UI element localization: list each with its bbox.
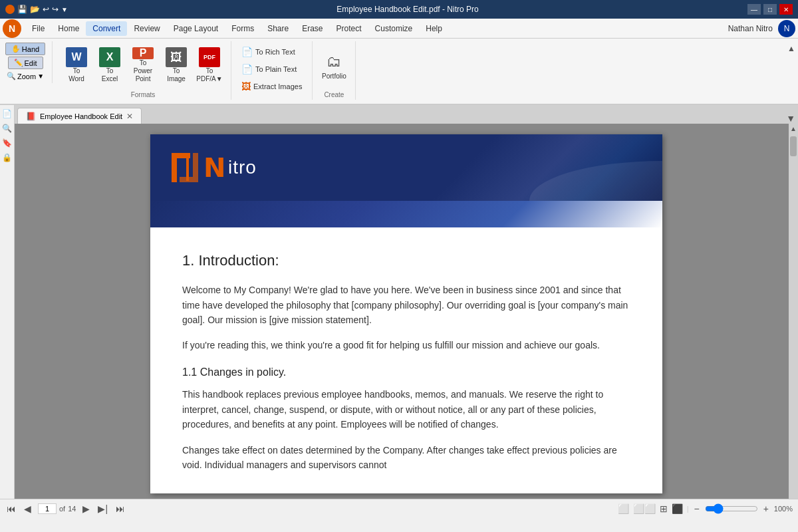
to-image-button[interactable]: 🖼 ToImage <box>160 44 192 86</box>
window-title: Employee Handbook Edit.pdf - Nitro Pro <box>68 5 747 14</box>
small-buttons: 📄 To Rich Text 📄 To Plain Text 🖼 Extract… <box>237 41 307 94</box>
page-prev-button[interactable]: ◀ <box>23 503 33 514</box>
menu-help[interactable]: Help <box>419 21 449 36</box>
section11-para1: This handbook replaces previous employee… <box>182 387 630 432</box>
maximize-button[interactable]: □ <box>763 4 777 15</box>
format-buttons: W ToWord X ToExcel P ToPowerPoint 🖼 ToIm… <box>61 41 225 86</box>
left-sidebar: 📄 🔍 🔖 🔒 <box>0 105 15 499</box>
to-excel-button[interactable]: X ToExcel <box>94 44 126 86</box>
sidebar-search-icon[interactable]: 🔍 <box>1 122 13 134</box>
double-page-view-btn[interactable]: ⬜⬜ <box>633 503 656 514</box>
zoom-dropdown-icon: ▼ <box>37 72 44 80</box>
pdf-header: 𝗡 itro <box>150 134 662 201</box>
tab-scroll-button[interactable]: ▼ <box>783 113 798 124</box>
menu-erase[interactable]: Erase <box>295 21 329 36</box>
zoom-slider[interactable] <box>705 503 758 514</box>
sidebar-bookmarks-icon[interactable]: 🔖 <box>1 137 13 149</box>
menu-file[interactable]: File <box>25 21 51 36</box>
menu-share[interactable]: Share <box>261 21 295 36</box>
current-page-input[interactable] <box>38 503 57 514</box>
hand-tool-btn[interactable]: ✋ Hand <box>5 43 45 55</box>
portfolio-button[interactable]: 🗂 Portfolio <box>318 44 350 86</box>
extract-images-icon: 🖼 <box>241 81 251 92</box>
to-plain-text-label: To Plain Text <box>255 65 297 73</box>
menu-review[interactable]: Review <box>127 21 166 36</box>
quick-access-area: 💾 📂 ↩ ↪ ▼ <box>5 5 68 14</box>
sidebar-pages-icon[interactable]: 📄 <box>1 108 13 120</box>
main-area: 📄 🔍 🔖 🔒 📕 Employee Handbook Edit ✕ ▼ ▲ <box>0 105 798 499</box>
page-play-button[interactable]: ▶ <box>81 503 91 514</box>
formats-group-label: Formats <box>131 91 156 100</box>
rich-text-icon: 📄 <box>241 47 253 57</box>
page-next-button[interactable]: ▶| <box>96 503 109 514</box>
collapse-icon: ▲ <box>787 44 795 53</box>
to-rich-text-button[interactable]: 📄 To Rich Text <box>237 44 307 60</box>
section11-title: 1.1 Changes in policy. <box>182 364 630 381</box>
quick-undo-btn[interactable]: ↩ <box>43 5 49 14</box>
to-powerpoint-button[interactable]: P ToPowerPoint <box>127 44 159 86</box>
continuous-view-btn[interactable]: ⬛ <box>672 503 683 514</box>
quick-dropdown-btn[interactable]: ▼ <box>61 6 68 13</box>
grid-view-btn[interactable]: ⊞ <box>660 503 668 514</box>
menu-bar: N File Home Convert Review Page Layout F… <box>0 19 798 39</box>
status-bar: ⏮ ◀ of 14 ▶ ▶| ⏭ ⬜ ⬜⬜ ⊞ ⬛ | − + 100% <box>0 499 798 517</box>
page-first-button[interactable]: ⏮ <box>5 503 17 514</box>
window-controls: — □ ✕ <box>747 4 793 15</box>
app-logo-small <box>5 5 15 14</box>
to-rich-text-label: To Rich Text <box>255 48 295 56</box>
right-scrollbar[interactable]: ▲ <box>789 124 798 499</box>
document-tab[interactable]: 📕 Employee Handbook Edit ✕ <box>17 108 142 124</box>
edit-icon: ✏️ <box>14 59 23 67</box>
quick-open-btn[interactable]: 📂 <box>30 5 40 14</box>
to-word-button[interactable]: W ToWord <box>61 44 92 86</box>
total-pages: 14 <box>68 505 76 513</box>
scroll-up-arrow[interactable]: ▲ <box>789 124 798 134</box>
portfolio-icon: 🗂 <box>323 51 344 72</box>
zoom-in-button[interactable]: + <box>762 503 770 514</box>
nitro-logo-svg <box>172 153 198 182</box>
zoom-level: 100% <box>774 505 793 513</box>
sidebar-security-icon[interactable]: 🔒 <box>1 152 13 164</box>
app-logo[interactable]: N <box>3 19 21 38</box>
menu-forms[interactable]: Forms <box>225 21 261 36</box>
menu-convert[interactable]: Convert <box>86 21 127 36</box>
pdf-container: ▲ 𝗡 itro <box>15 124 798 499</box>
create-group-label: Create <box>324 91 344 100</box>
pdf-icon: PDF <box>199 47 220 67</box>
zoom-out-button[interactable]: − <box>692 503 700 514</box>
tool-group: ✋ Hand ✏️ Edit 🔍 Zoom ▼ <box>3 41 53 83</box>
menu-protect[interactable]: Protect <box>330 21 368 36</box>
nitro-logo-pdf: 𝗡 itro <box>172 153 257 182</box>
section11-para2: Changes take effect on dates determined … <box>182 443 630 473</box>
user-section: Nathan Nitro N <box>728 20 795 37</box>
page-last-button[interactable]: ⏭ <box>114 503 126 514</box>
title-bar: 💾 📂 ↩ ↪ ▼ Employee Handbook Edit.pdf - N… <box>0 0 798 19</box>
section1-para1: Welcome to My Company! We're glad to hav… <box>182 283 630 327</box>
plain-text-icon: 📄 <box>241 64 253 74</box>
single-page-view-btn[interactable]: ⬜ <box>618 503 629 514</box>
tab-title: Employee Handbook Edit <box>40 112 122 120</box>
close-button[interactable]: ✕ <box>779 4 793 15</box>
user-avatar[interactable]: N <box>778 20 795 37</box>
tab-close-button[interactable]: ✕ <box>126 112 133 121</box>
page-info: of 14 <box>38 503 76 514</box>
status-right: ⬜ ⬜⬜ ⊞ ⬛ | − + 100% <box>618 503 793 514</box>
menu-customize[interactable]: Customize <box>368 21 420 36</box>
formats-group: W ToWord X ToExcel P ToPowerPoint 🖼 ToIm… <box>55 41 231 100</box>
quick-save-btn[interactable]: 💾 <box>17 5 27 14</box>
pdf-content: 1. Introduction: Welcome to My Company! … <box>150 227 662 493</box>
scroll-thumb[interactable] <box>790 136 797 156</box>
excel-icon: X <box>99 47 120 67</box>
edit-tool-btn[interactable]: ✏️ Edit <box>8 57 43 69</box>
to-plain-text-button[interactable]: 📄 To Plain Text <box>237 61 307 77</box>
to-pdfa-button[interactable]: PDF ToPDF/A▼ <box>194 44 225 86</box>
ribbon-collapse[interactable]: ▲ <box>785 41 798 56</box>
menu-page-layout[interactable]: Page Layout <box>167 21 225 36</box>
zoom-tool-btn[interactable]: 🔍 Zoom ▼ <box>4 70 47 82</box>
extract-images-button[interactable]: 🖼 Extract Images <box>237 78 307 94</box>
quick-redo-btn[interactable]: ↪ <box>52 5 59 14</box>
section1-para2: If you're reading this, we think you're … <box>182 338 630 352</box>
nitro-n-logo: 𝗡 <box>203 154 225 181</box>
menu-home[interactable]: Home <box>51 21 86 36</box>
minimize-button[interactable]: — <box>747 4 761 15</box>
